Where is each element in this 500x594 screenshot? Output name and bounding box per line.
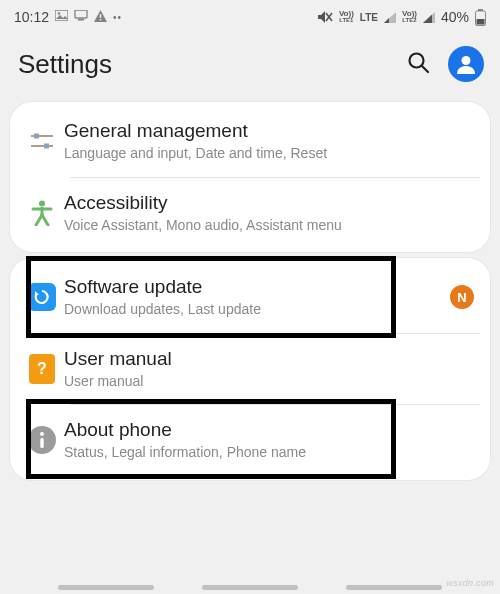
- settings-group-1: General management Language and input, D…: [10, 102, 490, 252]
- refresh-icon: [20, 283, 64, 311]
- svg-rect-4: [100, 14, 101, 18]
- mute-icon: [317, 10, 333, 24]
- svg-rect-24: [40, 438, 43, 448]
- settings-group-2: Software update Download updates, Last u…: [10, 258, 490, 480]
- svg-line-22: [42, 215, 48, 225]
- row-title: User manual: [64, 348, 470, 370]
- row-user-manual[interactable]: ? User manual User manual: [16, 334, 480, 405]
- status-time: 10:12: [14, 9, 49, 25]
- svg-rect-15: [34, 134, 39, 139]
- row-subtitle: Status, Legal information, Phone name: [64, 444, 470, 462]
- cast-icon: [74, 10, 88, 24]
- svg-line-21: [36, 215, 42, 225]
- image-icon: [55, 10, 68, 24]
- row-software-update[interactable]: Software update Download updates, Last u…: [16, 262, 480, 333]
- status-left: 10:12 ••: [14, 9, 122, 25]
- manual-icon: ?: [20, 354, 64, 384]
- info-icon: [20, 426, 64, 454]
- account-avatar[interactable]: [448, 46, 484, 82]
- sim2-volte-label: Vo)) LTE2: [402, 11, 417, 23]
- signal2-icon: [423, 12, 435, 23]
- status-right: Vo)) LTE1 LTE Vo)) LTE2 40%: [317, 9, 486, 26]
- watermark: wsxdn.com: [446, 578, 494, 588]
- settings-header: Settings: [0, 28, 500, 96]
- svg-rect-5: [100, 19, 101, 20]
- row-subtitle: User manual: [64, 373, 470, 391]
- battery-icon: [475, 9, 486, 26]
- svg-rect-3: [78, 19, 84, 21]
- svg-rect-10: [477, 19, 485, 25]
- svg-rect-17: [44, 144, 49, 149]
- nav-indicator: [0, 585, 500, 590]
- svg-point-1: [58, 12, 60, 14]
- row-title: General management: [64, 120, 470, 142]
- svg-point-23: [40, 432, 44, 436]
- page-title: Settings: [18, 49, 112, 80]
- row-subtitle: Download updates, Last update: [64, 301, 470, 319]
- row-subtitle: Language and input, Date and time, Reset: [64, 145, 470, 163]
- more-indicator: ••: [113, 12, 122, 23]
- row-title: Accessibility: [64, 192, 470, 214]
- svg-point-13: [462, 56, 471, 65]
- search-icon[interactable]: [406, 50, 430, 78]
- warning-icon: [94, 10, 107, 25]
- signal1-icon: [384, 12, 396, 23]
- svg-point-18: [39, 200, 45, 206]
- svg-rect-2: [75, 10, 87, 18]
- row-about-phone[interactable]: About phone Status, Legal information, P…: [16, 405, 480, 476]
- lte-label: LTE: [360, 12, 378, 23]
- svg-rect-0: [55, 10, 68, 21]
- status-bar: 10:12 •• Vo)) LTE1 LTE Vo)) LTE2 40%: [0, 0, 500, 28]
- battery-percent: 40%: [441, 9, 469, 25]
- row-title: Software update: [64, 276, 470, 298]
- accessibility-icon: [20, 200, 64, 226]
- row-accessibility[interactable]: Accessibility Voice Assistant, Mono audi…: [16, 178, 480, 249]
- notification-badge: N: [450, 285, 474, 309]
- sliders-icon: [20, 131, 64, 151]
- row-general-management[interactable]: General management Language and input, D…: [16, 106, 480, 177]
- row-title: About phone: [64, 419, 470, 441]
- svg-line-12: [422, 66, 428, 72]
- sim1-volte-label: Vo)) LTE1: [339, 11, 354, 23]
- row-subtitle: Voice Assistant, Mono audio, Assistant m…: [64, 217, 470, 235]
